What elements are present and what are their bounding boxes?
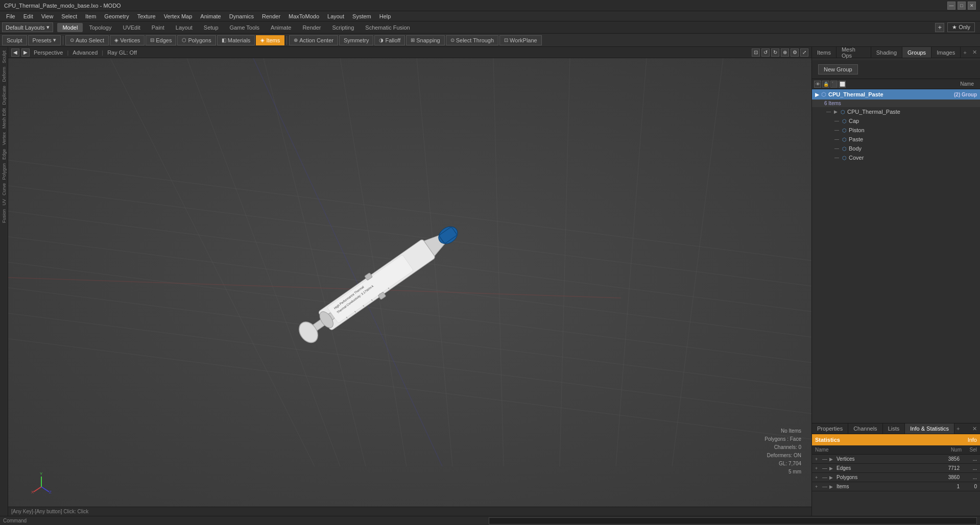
tab-render[interactable]: Render: [297, 23, 326, 32]
viewport-zoom-button[interactable]: ⊕: [781, 48, 789, 57]
tree-group-item[interactable]: ▶ ⬡ CPU_Thermal_Paste (2) Group: [812, 89, 980, 99]
item-list-area[interactable]: New Group 👁 🔒 ⬛ ⬜ Name ▶ ⬡ CPU_Thermal_P…: [812, 58, 980, 423]
menu-edit[interactable]: Edit: [19, 11, 37, 21]
rp-tab-add-button[interactable]: +: [961, 49, 969, 56]
select-through-button[interactable]: ⊙ Select Through: [446, 35, 498, 45]
tab-layout[interactable]: Layout: [171, 23, 198, 32]
lp-tab-properties[interactable]: Properties: [812, 423, 848, 434]
new-group-button[interactable]: New Group: [818, 64, 858, 74]
menu-dynamics[interactable]: Dynamics: [225, 11, 258, 21]
sculpt-button[interactable]: Sculpt: [2, 35, 27, 45]
close-button[interactable]: ✕: [968, 2, 976, 10]
menu-layout[interactable]: Layout: [323, 11, 348, 21]
viewport-expand-button[interactable]: ⤢: [800, 48, 808, 57]
lp-tab-infostatistics[interactable]: Info & Statistics: [905, 423, 954, 434]
tree-ctrl-wire[interactable]: ⬜: [839, 81, 846, 88]
tree-ctrl-eye[interactable]: 👁: [814, 81, 821, 88]
menu-vertexmap[interactable]: Vertex Map: [160, 11, 197, 21]
tab-scripting[interactable]: Scripting: [327, 23, 360, 32]
command-input[interactable]: [489, 517, 977, 524]
symmetry-button[interactable]: Symmetry: [339, 35, 374, 45]
tool-edge[interactable]: Edge: [1, 147, 7, 161]
lp-tab-add-button[interactable]: +: [954, 426, 962, 432]
tree-item-5[interactable]: — ⬡ Cover: [812, 153, 980, 162]
tree-ctrl-lock[interactable]: 🔒: [822, 81, 829, 88]
menu-file[interactable]: File: [2, 11, 19, 21]
svg-line-29: [379, 293, 380, 294]
layout-selector[interactable]: Default Layouts ▾: [2, 22, 53, 32]
rp-tab-meshops[interactable]: Mesh Ops: [836, 47, 871, 58]
menu-help[interactable]: Help: [375, 11, 395, 21]
tool-vertex[interactable]: Vertex: [1, 131, 7, 147]
tree-item-2[interactable]: — ⬡ Piston: [812, 126, 980, 135]
menu-item[interactable]: Item: [81, 11, 100, 21]
viewport-settings-button[interactable]: ⚙: [791, 48, 799, 57]
rp-tab-items[interactable]: Items: [812, 47, 836, 58]
rp-tab-groups[interactable]: Groups: [902, 47, 931, 58]
lp-tab-lists[interactable]: Lists: [883, 423, 905, 434]
tab-setup[interactable]: Setup: [199, 23, 224, 32]
viewport-advanced-label[interactable]: Advanced: [70, 49, 100, 56]
stats-row-items[interactable]: + — ▶ Items 1 0: [812, 482, 980, 491]
tool-meshedit[interactable]: Mesh Edit: [1, 107, 7, 130]
tool-uv[interactable]: UV: [1, 197, 7, 207]
menu-maxtomodo[interactable]: MaxToModo: [284, 11, 323, 21]
menu-geometry[interactable]: Geometry: [100, 11, 133, 21]
menu-view[interactable]: View: [37, 11, 58, 21]
presets-button[interactable]: Presets ▾: [28, 35, 61, 45]
tab-paint[interactable]: Paint: [147, 23, 170, 32]
falloff-button[interactable]: ◑ Falloff: [374, 35, 405, 45]
lp-close-button[interactable]: ✕: [969, 426, 980, 432]
tree-item-3[interactable]: — ⬡ Paste: [812, 135, 980, 144]
tool-polygon[interactable]: Polygon: [1, 162, 7, 182]
edges-button[interactable]: ⊟ Edges: [146, 35, 176, 45]
viewport-perspective-label[interactable]: Perspective: [32, 49, 65, 56]
tab-schematic[interactable]: Schematic Fusion: [360, 23, 415, 32]
autoselect-button[interactable]: ⊙ Auto Select: [65, 35, 109, 45]
only-button[interactable]: ★ Only: [947, 22, 975, 32]
items-button[interactable]: ◈ Items: [256, 35, 284, 45]
tab-uvedit[interactable]: UVEdit: [117, 23, 145, 32]
materials-button[interactable]: ◧ Materials: [217, 35, 255, 45]
tool-fusion[interactable]: Fusion: [1, 208, 7, 224]
tool-sculpt[interactable]: Sculpt: [1, 49, 7, 65]
tab-gametools[interactable]: Game Tools: [225, 23, 265, 32]
tree-item-1[interactable]: — ⬡ Cap: [812, 116, 980, 126]
minimize-button[interactable]: —: [947, 2, 955, 10]
tab-model[interactable]: Model: [57, 23, 83, 32]
rp-tab-images[interactable]: Images: [931, 47, 961, 58]
tree-item-4[interactable]: — ⬡ Body: [812, 144, 980, 153]
tool-duplicate[interactable]: Duplicate: [1, 84, 7, 107]
menu-texture[interactable]: Texture: [133, 11, 160, 21]
menu-render[interactable]: Render: [258, 11, 284, 21]
tool-curve[interactable]: Curve: [1, 182, 7, 197]
vertices-button[interactable]: ◈ Vertices: [110, 35, 145, 45]
tab-topology[interactable]: Topology: [84, 23, 116, 32]
lp-tab-channels[interactable]: Channels: [848, 423, 882, 434]
menu-animate[interactable]: Animate: [196, 11, 225, 21]
viewport-raygl-label[interactable]: Ray GL: Off: [105, 49, 139, 56]
rp-close-button[interactable]: ✕: [969, 49, 980, 56]
tree-ctrl-render[interactable]: ⬛: [830, 81, 838, 88]
tool-deform[interactable]: Deform: [1, 65, 7, 84]
menu-select[interactable]: Select: [57, 11, 81, 21]
polygons-button[interactable]: ⬡ Polygons: [177, 35, 216, 45]
viewport-redo-button[interactable]: ↻: [771, 48, 779, 57]
tree-item-0[interactable]: — ▶ ⬡ CPU_Thermal_Paste: [812, 107, 980, 116]
viewport-undo-button[interactable]: ↺: [761, 48, 770, 57]
stats-row-vertices[interactable]: + — ▶ Vertices 3856 ...: [812, 455, 980, 464]
viewport-fit-button[interactable]: ⊡: [752, 48, 760, 57]
snapping-button[interactable]: ⊞ Snapping: [406, 35, 445, 45]
workplane-button[interactable]: ⊡ WorkPlane: [499, 35, 542, 45]
tab-animate[interactable]: Animate: [266, 23, 296, 32]
stats-row-polygons[interactable]: + — ▶ Polygons 3860 ...: [812, 473, 980, 482]
action-center-button[interactable]: ⊕ Action Center: [289, 35, 338, 45]
stats-row-edges[interactable]: + — ▶ Edges 7712 ...: [812, 464, 980, 473]
viewport-canvas[interactable]: High Performance Thermal Thermal Conduct…: [8, 58, 811, 507]
viewport-prev-button[interactable]: ◀: [11, 48, 19, 57]
maximize-button[interactable]: □: [958, 2, 966, 10]
viewport-next-button[interactable]: ▶: [21, 48, 30, 57]
add-layout-tab-button[interactable]: +: [935, 23, 944, 32]
rp-tab-shading[interactable]: Shading: [871, 47, 902, 58]
menu-system[interactable]: System: [348, 11, 375, 21]
